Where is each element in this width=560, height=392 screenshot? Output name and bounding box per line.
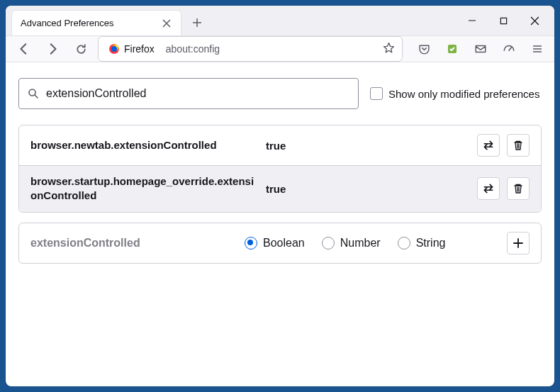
pref-name: browser.startup.homepage_override.extens… [30,174,257,203]
url-bar[interactable]: Firefox about:config [98,36,403,62]
tabs-container: Advanced Preferences [11,10,464,35]
svg-rect-0 [500,18,506,23]
radio-label: String [416,237,446,250]
prefs-table: browser.newtab.extensionControlled true … [18,125,542,213]
forward-button[interactable] [41,38,64,60]
toolbar-right [414,39,547,59]
window-controls [464,12,543,29]
about-config-content: Show only modified preferences browser.n… [6,62,554,279]
new-tab-button[interactable] [187,13,207,33]
dashboard-icon[interactable] [499,39,519,59]
menu-icon[interactable] [527,39,547,59]
radio-number[interactable]: Number [322,237,381,250]
add-button[interactable] [507,232,530,254]
swap-icon [482,182,495,195]
new-pref-row: extensionControlled Boolean Number Strin… [18,223,542,264]
reload-button[interactable] [69,38,92,60]
search-icon [28,88,39,99]
pref-value: true [266,140,469,152]
radio-icon [398,237,410,250]
search-box[interactable] [18,78,359,109]
close-window-button[interactable] [526,12,543,29]
minimize-button[interactable] [464,12,481,29]
identity-box[interactable]: Firefox [106,42,162,56]
navigation-toolbar: Firefox about:config [6,36,554,62]
close-icon[interactable] [161,18,172,29]
trash-icon [513,183,524,194]
toggle-button[interactable] [477,134,500,157]
show-modified-label: Show only modified preferences [388,88,539,100]
search-input[interactable] [46,87,349,100]
tab-title: Advanced Preferences [21,18,114,28]
pocket-icon[interactable] [414,39,434,59]
type-radio-group: Boolean Number String [245,237,498,250]
delete-button[interactable] [507,134,530,157]
radio-icon [245,237,257,250]
trash-icon [513,140,524,151]
mail-icon[interactable] [471,39,491,59]
new-pref-name: extensionControlled [30,237,236,250]
pref-actions [477,134,530,157]
checkbox-icon[interactable] [370,87,383,100]
browser-window: Advanced Preferences [6,6,554,386]
maximize-button[interactable] [495,12,512,29]
pref-value: true [266,183,469,195]
radio-label: Number [340,237,381,250]
title-bar: Advanced Preferences [6,6,554,36]
identity-label: Firefox [124,43,155,55]
table-row[interactable]: browser.startup.homepage_override.extens… [19,166,541,212]
search-row: Show only modified preferences [18,78,542,109]
pref-name: browser.newtab.extensionControlled [30,138,257,152]
back-button[interactable] [13,38,35,60]
plus-icon [513,237,524,249]
radio-icon [322,237,335,250]
delete-button[interactable] [507,177,530,200]
firefox-icon [108,43,120,55]
show-modified-toggle[interactable]: Show only modified preferences [370,87,539,100]
tab-advanced-preferences[interactable]: Advanced Preferences [11,10,181,35]
table-row[interactable]: browser.newtab.extensionControlled true [19,125,541,166]
radio-label: Boolean [263,237,305,250]
svg-point-2 [111,46,117,52]
bookmark-star-icon[interactable] [383,42,395,57]
extension-icon[interactable] [442,39,462,59]
radio-boolean[interactable]: Boolean [245,237,305,250]
toggle-button[interactable] [477,177,500,200]
radio-string[interactable]: String [398,237,446,250]
swap-icon [482,139,495,152]
pref-actions [477,177,530,200]
url-text: about:config [166,43,220,55]
